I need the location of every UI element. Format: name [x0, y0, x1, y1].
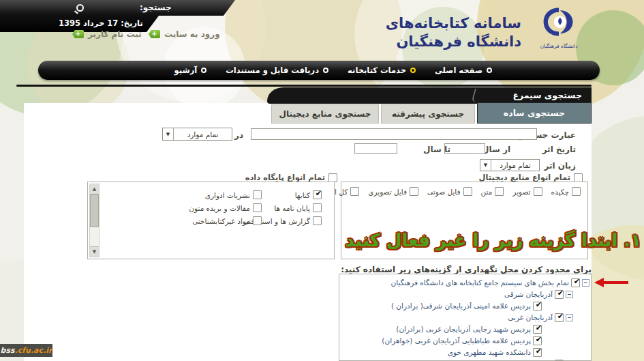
database-option: مواد غیرکتابشناختی [189, 216, 262, 225]
search-field-select[interactable]: ▼ تمام موارد [162, 128, 232, 141]
site-title-line2: دانشگاه فرهنگیان [386, 33, 521, 51]
nav-item-label: خدمات کتابخانه [348, 66, 406, 75]
site-title-line1: سامانه کتابخانه‌های [386, 14, 521, 33]
tab-2[interactable]: جستجوی پیشرفته [381, 104, 475, 124]
plus-arrow-icon [149, 30, 160, 38]
nav-item-3[interactable]: دریافت فایل و مستندات [226, 66, 328, 75]
to-year-label: تا سال [423, 145, 450, 154]
year-to-input[interactable] [354, 143, 397, 154]
tree-row: دانشکده شهید مطهری خوی [339, 347, 591, 358]
red-arrow [604, 281, 628, 284]
collapse-minus-icon[interactable] [566, 291, 573, 298]
nav-item-1[interactable]: صفحه اصلی [435, 66, 492, 75]
tree-node-label: پردیس علامه امینی آذربایجان شرقی( برادرا… [391, 302, 531, 310]
tree-node-label: تمام بخش های سیستم جامع کتابخانه های دان… [391, 278, 569, 287]
scroll-thumb[interactable] [90, 194, 99, 227]
database-option-checkbox[interactable] [313, 190, 322, 199]
tree-row: پردیس شهید رجایی آذربایجان غربی (برادران… [339, 323, 591, 334]
tree-node-label: آذربایجان غربی [508, 313, 553, 321]
main-navigation: صفحه اصلیخدمات کتابخانهدریافت فایل و مست… [38, 61, 600, 80]
language-label: زبان اثر [545, 161, 576, 171]
section-header-bar: جستجوی سیمرغ [267, 87, 592, 104]
university-logo-emblem [538, 5, 580, 40]
database-option: مقالات و بریده متون [189, 203, 262, 212]
logo-caption: دانشگاه فرهنگیان [526, 43, 592, 49]
digital-option-checkbox[interactable] [534, 187, 542, 196]
site-title: سامانه کتابخانه‌های دانشگاه فرهنگیان [386, 14, 521, 51]
search-phrase-input[interactable] [251, 128, 537, 140]
tree-node-checkbox[interactable] [533, 348, 542, 357]
all-digital-resources-checkbox[interactable] [574, 173, 583, 182]
all-digital-resources-label: تمام انواع منابع دیجیتال [478, 173, 570, 182]
search-tabs: جستجوی سادهجستجوی پیشرفتهجستجوی منابع دی… [269, 102, 592, 124]
digital-option-label: فایل صوتی [427, 188, 460, 196]
language-select[interactable]: ▼ تمام موارد [480, 159, 540, 171]
university-logo: دانشگاه فرهنگیان [526, 5, 592, 49]
annotation-step1: ۱. ابتدا گزینه زیر را غیر فعال کنید [346, 230, 642, 250]
scroll-up-icon[interactable]: ▲ [90, 184, 99, 194]
tree-node-label: پردیس شهید رجایی آذربایجان غربی (برادران… [396, 325, 531, 333]
database-option-checkbox[interactable] [313, 203, 322, 212]
tree-node-checkbox[interactable] [571, 278, 580, 287]
date-label: تاریخ: 17 خرداد 1395 [59, 18, 143, 28]
divider-line [16, 85, 592, 87]
register-link-label: ثبت نام کاربر [88, 29, 142, 39]
year-from-input[interactable] [444, 143, 485, 154]
digital-option-label: چکیده [551, 188, 569, 196]
url-rest: .cfu.ac.ir [15, 346, 52, 355]
active-indicator-icon [410, 68, 416, 73]
scrollbar[interactable]: ▲ ▼ [89, 184, 99, 257]
tab-3[interactable]: جستجوی منابع دیجیتال [271, 104, 379, 124]
database-option-label: نشریات ادواری [205, 191, 250, 199]
tab-1[interactable]: جستجوی ساده [477, 102, 592, 124]
database-option-checkbox[interactable] [253, 216, 262, 225]
tree-node-checkbox[interactable] [555, 313, 564, 322]
tree-node-label: پردیس علامه طباطبایی آذربایجان غربی (خوا… [382, 336, 531, 345]
nav-item-2[interactable]: خدمات کتابخانه [348, 66, 416, 75]
tree-row: اردبیل [339, 358, 591, 361]
digital-option-checkbox[interactable] [350, 187, 359, 196]
url-prefix: bss [1, 346, 15, 355]
collapse-minus-icon[interactable] [566, 314, 573, 321]
indicator-icon [323, 68, 328, 73]
all-databases-checkbox[interactable] [328, 173, 337, 182]
indicator-icon [201, 68, 206, 73]
tree-node-checkbox[interactable] [533, 336, 542, 345]
digital-option-checkbox[interactable] [463, 187, 472, 196]
database-option-label: پایان نامه ها [274, 204, 310, 212]
tree-node-checkbox[interactable] [555, 290, 564, 299]
tree-row: آذربایجان شرقی [339, 289, 591, 300]
digital-option: تصویر [512, 187, 542, 196]
database-grid: کتابهاپایان نامه هاگزارش ها و اسناد فنین… [189, 188, 322, 227]
database-option-label: مواد غیرکتابشناختی [192, 217, 250, 225]
database-option-checkbox[interactable] [253, 203, 262, 212]
database-option-checkbox[interactable] [253, 190, 262, 199]
tree-node-checkbox[interactable] [533, 302, 542, 311]
scroll-down-icon[interactable]: ▼ [90, 246, 99, 257]
nav-item-4[interactable]: آرشیو [174, 66, 207, 75]
digital-option: فایل صوتی [427, 187, 472, 196]
plus-arrow-icon [72, 30, 84, 38]
tree-node-checkbox[interactable] [533, 325, 542, 334]
database-option-checkbox[interactable] [313, 216, 322, 225]
digital-option: چکیده [551, 187, 581, 196]
nav-item-label: آرشیو [174, 66, 198, 75]
digital-option-checkbox[interactable] [410, 187, 418, 196]
digital-option-checkbox[interactable] [572, 187, 581, 196]
collapse-minus-icon[interactable] [582, 279, 589, 287]
search-icon[interactable] [76, 4, 84, 12]
login-link[interactable]: ورود به سایت [149, 29, 220, 39]
digital-options-row: چکیدهتصویرمتنفایل صوتیفایل تصویریکل اثر [341, 182, 587, 196]
all-digital-resources-row: تمام انواع منابع دیجیتال [478, 173, 583, 182]
site-url-badge: bss .cfu.ac.ir [0, 344, 52, 357]
digital-option: فایل تصویری [368, 187, 418, 196]
digital-option-checkbox[interactable] [495, 187, 504, 196]
all-databases-row: تمام انواع پایگاه داده [245, 173, 337, 182]
all-databases-label: تمام انواع پایگاه داده [245, 173, 325, 182]
location-instruction: برای محدود کردن محل نگهداری از گزینه‌های… [341, 265, 592, 274]
register-link[interactable]: ثبت نام کاربر [72, 29, 142, 39]
dropdown-arrow-icon: ▼ [480, 160, 491, 171]
tree-row: پردیس علامه امینی آذربایجان شرقی( برادرا… [339, 300, 591, 311]
date-of-work-label: تاریخ اثر [542, 145, 576, 154]
header-arc-decoration [471, 89, 493, 102]
